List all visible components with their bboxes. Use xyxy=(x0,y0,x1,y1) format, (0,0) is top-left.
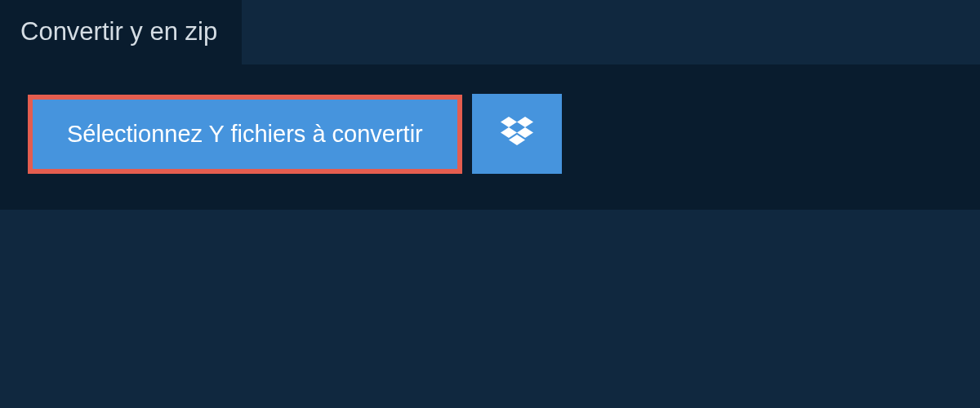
dropbox-icon xyxy=(501,117,533,151)
tab-container: Convertir y en zip xyxy=(0,0,980,64)
select-files-label: Sélectionnez Y fichiers à convertir xyxy=(67,121,423,148)
tab-label: Convertir y en zip xyxy=(20,17,217,46)
dropbox-button[interactable] xyxy=(472,94,562,174)
tab-convert[interactable]: Convertir y en zip xyxy=(0,0,242,64)
upload-panel: Sélectionnez Y fichiers à convertir xyxy=(0,64,980,210)
select-files-button[interactable]: Sélectionnez Y fichiers à convertir xyxy=(28,95,462,174)
